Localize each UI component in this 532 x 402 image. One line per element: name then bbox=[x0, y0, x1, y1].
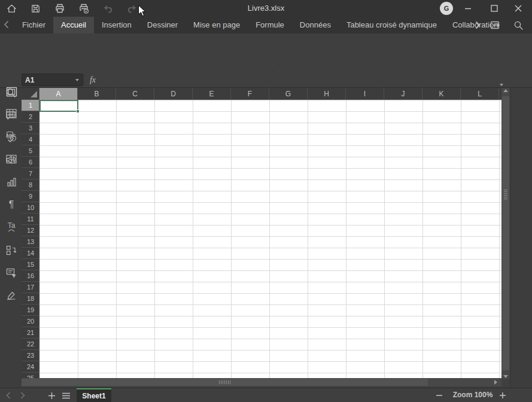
tab-fichier[interactable]: Fichier bbox=[14, 17, 53, 34]
ribbon-tab-bar: FichierAccueilInsertionDessinerMise en p… bbox=[0, 17, 532, 34]
paragraph-glyph: ¶ bbox=[9, 199, 14, 210]
column-header-e[interactable]: E bbox=[193, 88, 231, 100]
row-header-10[interactable]: 10 bbox=[22, 202, 39, 214]
titlebar: Livre3.xlsx G bbox=[0, 0, 532, 17]
row-header-2[interactable]: 2 bbox=[22, 111, 39, 123]
chevron-down-icon bbox=[75, 79, 79, 81]
column-header-a[interactable]: A bbox=[39, 88, 78, 100]
formula-input[interactable] bbox=[102, 74, 495, 86]
vertical-scrollbar[interactable] bbox=[501, 88, 510, 379]
sheet-list-icon[interactable] bbox=[61, 391, 71, 400]
next-sheet-icon[interactable] bbox=[18, 391, 28, 400]
formula-bar-divider bbox=[83, 74, 84, 86]
horizontal-scrollbar-thumb[interactable] bbox=[22, 379, 428, 386]
row-header-4[interactable]: 4 bbox=[22, 134, 39, 145]
fill-handle[interactable] bbox=[76, 109, 80, 113]
name-box-value: A1 bbox=[25, 76, 75, 84]
tab-formule[interactable]: Formule bbox=[248, 17, 292, 34]
prev-sheet-icon[interactable] bbox=[4, 391, 13, 400]
row-header-22[interactable]: 22 bbox=[22, 339, 39, 350]
ribbon-tabs: FichierAccueilInsertionDessinerMise en p… bbox=[14, 17, 506, 34]
sheet-tab[interactable]: Sheet1 bbox=[77, 388, 111, 402]
column-header-b[interactable]: B bbox=[78, 88, 116, 100]
column-header-i[interactable]: I bbox=[346, 88, 384, 100]
row-header-12[interactable]: 12 bbox=[22, 225, 39, 236]
column-header-c[interactable]: C bbox=[116, 88, 154, 100]
column-header-h[interactable]: H bbox=[308, 88, 346, 100]
search-icon[interactable] bbox=[512, 20, 524, 31]
pivot-table-settings-icon[interactable] bbox=[5, 267, 17, 279]
add-sheet-icon[interactable] bbox=[47, 391, 56, 400]
vertical-scrollbar-thumb[interactable] bbox=[502, 96, 509, 370]
row-header-17[interactable]: 17 bbox=[22, 282, 39, 293]
active-cell-selection[interactable] bbox=[39, 100, 78, 112]
tab-insertion[interactable]: Insertion bbox=[94, 17, 139, 34]
chart-settings-icon[interactable] bbox=[5, 176, 17, 188]
table-settings-icon[interactable] bbox=[5, 108, 17, 120]
column-header-j[interactable]: J bbox=[384, 88, 422, 100]
scroll-up-icon[interactable] bbox=[501, 89, 510, 95]
cells-area[interactable] bbox=[39, 100, 501, 378]
row-header-8[interactable]: 8 bbox=[22, 179, 39, 191]
shape-settings-icon[interactable] bbox=[5, 130, 17, 142]
row-header-19[interactable]: 19 bbox=[22, 304, 39, 316]
row-header-18[interactable]: 18 bbox=[22, 293, 39, 304]
formula-bar-collapse-icon[interactable] bbox=[500, 78, 503, 89]
user-avatar[interactable]: G bbox=[440, 2, 453, 15]
row-header-5[interactable]: 5 bbox=[22, 145, 39, 157]
image-settings-icon[interactable] bbox=[5, 153, 17, 165]
row-headers: 1234567891011121314151617181920212223242… bbox=[22, 100, 39, 378]
tab-dessiner[interactable]: Dessiner bbox=[139, 17, 186, 34]
maximize-button[interactable] bbox=[484, 0, 504, 17]
scroll-down-icon[interactable] bbox=[501, 372, 510, 378]
textart-settings-icon[interactable]: Ta bbox=[5, 221, 17, 233]
tab-tableau-crois-dynamique[interactable]: Tableau croisé dynamique bbox=[339, 17, 445, 34]
column-header-g[interactable]: G bbox=[269, 88, 308, 100]
tab-donn-es[interactable]: Données bbox=[292, 17, 339, 34]
row-header-24[interactable]: 24 bbox=[22, 361, 39, 373]
paragraph-settings-icon[interactable]: ¶ bbox=[5, 199, 17, 211]
slicer-settings-icon[interactable] bbox=[5, 244, 17, 256]
row-header-14[interactable]: 14 bbox=[22, 248, 39, 259]
horizontal-scrollbar[interactable] bbox=[22, 378, 501, 386]
name-box[interactable]: A1 bbox=[22, 74, 83, 86]
formula-bar: A1 fx bbox=[0, 72, 532, 88]
column-headers: ABCDEFGHIJKL bbox=[39, 88, 501, 100]
tab-accueil[interactable]: Accueil bbox=[53, 17, 94, 34]
select-all-corner[interactable] bbox=[22, 88, 39, 100]
row-header-15[interactable]: 15 bbox=[22, 259, 39, 270]
row-header-6[interactable]: 6 bbox=[22, 157, 39, 168]
minimize-button[interactable] bbox=[458, 0, 478, 17]
tabs-scroll-left-icon[interactable] bbox=[2, 20, 12, 30]
tab-mise-en-page[interactable]: Mise en page bbox=[186, 17, 248, 34]
status-bar: Sheet1 Zoom 100% bbox=[0, 388, 532, 402]
row-header-20[interactable]: 20 bbox=[22, 316, 39, 327]
textart-label: Ta bbox=[8, 223, 16, 229]
row-header-21[interactable]: 21 bbox=[22, 327, 39, 339]
tabs-scroll-right-icon[interactable] bbox=[472, 20, 484, 31]
zoom-in-icon[interactable] bbox=[498, 391, 507, 400]
row-header-23[interactable]: 23 bbox=[22, 350, 39, 361]
cell-settings-icon[interactable] bbox=[5, 86, 17, 98]
zoom-level-label[interactable]: Zoom 100% bbox=[448, 388, 498, 402]
column-header-f[interactable]: F bbox=[231, 88, 269, 100]
row-header-3[interactable]: 3 bbox=[22, 123, 39, 134]
column-header-d[interactable]: D bbox=[154, 88, 193, 100]
column-header-l[interactable]: L bbox=[461, 88, 499, 100]
row-header-7[interactable]: 7 bbox=[22, 168, 39, 179]
signature-settings-icon[interactable] bbox=[5, 289, 17, 301]
row-header-16[interactable]: 16 bbox=[22, 270, 39, 282]
close-button[interactable] bbox=[508, 0, 528, 17]
toolbar: Calibri 11 Aa B I U S A 2 A bbox=[0, 34, 532, 72]
row-header-9[interactable]: 9 bbox=[22, 191, 39, 202]
zoom-out-icon[interactable] bbox=[434, 391, 444, 400]
row-header-11[interactable]: 11 bbox=[22, 214, 39, 225]
insert-function-button[interactable]: fx bbox=[85, 74, 101, 86]
column-header-k[interactable]: K bbox=[422, 88, 461, 100]
row-header-25[interactable]: 25 bbox=[22, 373, 39, 378]
row-header-1[interactable]: 1 bbox=[22, 100, 39, 111]
open-file-location-icon[interactable] bbox=[490, 20, 501, 31]
row-header-13[interactable]: 13 bbox=[22, 236, 39, 248]
spreadsheet-app: Livre3.xlsx G FichierAccueilInsertionDes… bbox=[0, 0, 532, 402]
scroll-right-icon[interactable] bbox=[494, 379, 500, 385]
